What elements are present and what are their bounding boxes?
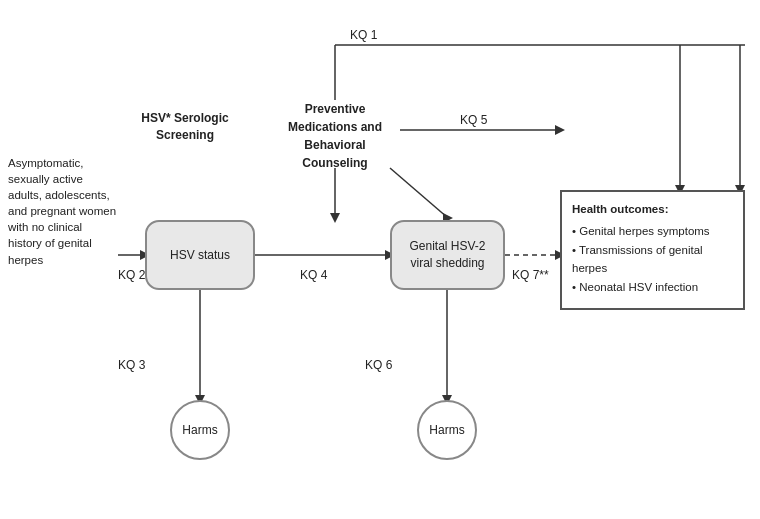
- kq1-label: KQ 1: [350, 28, 377, 42]
- preventive-label: Preventive Medications and Behavioral Co…: [270, 100, 400, 172]
- kq5-label: KQ 5: [460, 113, 487, 127]
- health-outcomes-list: Genital herpes symptoms Transmissions of…: [572, 222, 733, 296]
- svg-marker-19: [555, 125, 565, 135]
- hsv-screening-label: HSV* Serologic Screening: [130, 110, 240, 144]
- genital-hsv2-box: Genital HSV-2viral shedding: [390, 220, 505, 290]
- svg-marker-15: [330, 213, 340, 223]
- health-outcome-item: Genital herpes symptoms: [572, 222, 733, 240]
- kq7-label: KQ 7**: [512, 268, 549, 282]
- health-outcome-item: Transmissions of genital herpes: [572, 241, 733, 278]
- hsv-status-box: HSV status: [145, 220, 255, 290]
- health-outcomes-title: Health outcomes:: [572, 200, 733, 218]
- svg-line-16: [390, 168, 448, 218]
- harms-circle-1: Harms: [170, 400, 230, 460]
- population-text: Asymptomatic, sexually active adults, ad…: [8, 155, 118, 268]
- kq4-label: KQ 4: [300, 268, 327, 282]
- kq3-label: KQ 3: [118, 358, 145, 372]
- harms-circle-2: Harms: [417, 400, 477, 460]
- kq6-label: KQ 6: [365, 358, 392, 372]
- health-outcomes-box: Health outcomes: Genital herpes symptoms…: [560, 190, 745, 310]
- diagram-container: Asymptomatic, sexually active adults, ad…: [0, 0, 760, 519]
- kq2-label: KQ 2: [118, 268, 145, 282]
- health-outcome-item: Neonatal HSV infection: [572, 278, 733, 296]
